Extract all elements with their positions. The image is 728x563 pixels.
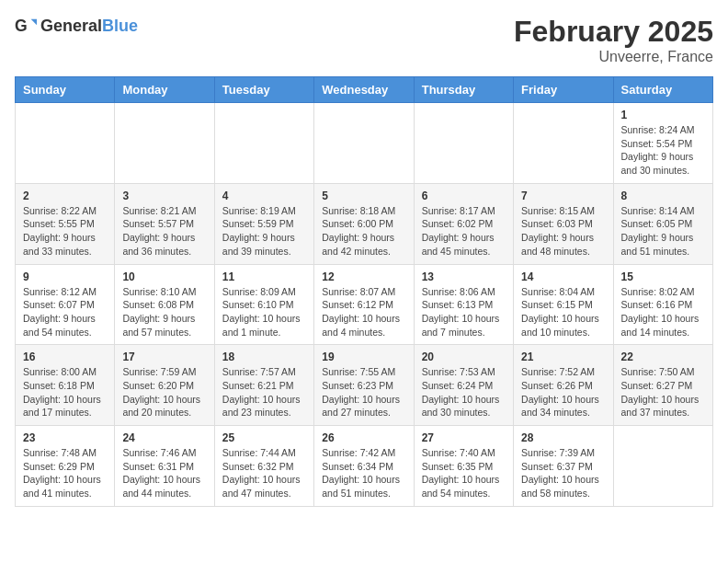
day-number: 8 xyxy=(621,190,705,202)
day-info: Sunrise: 8:21 AM Sunset: 5:57 PM Dayligh… xyxy=(122,204,206,259)
day-number: 5 xyxy=(322,190,405,202)
day-number: 13 xyxy=(422,270,506,283)
calendar-cell: 19Sunrise: 7:55 AM Sunset: 6:23 PM Dayli… xyxy=(314,345,414,426)
day-number: 4 xyxy=(222,190,306,202)
calendar-table: SundayMondayTuesdayWednesdayThursdayFrid… xyxy=(15,76,713,507)
calendar-cell xyxy=(514,103,613,184)
day-info: Sunrise: 8:17 AM Sunset: 6:02 PM Dayligh… xyxy=(422,204,506,259)
day-info: Sunrise: 7:40 AM Sunset: 6:35 PM Dayligh… xyxy=(422,446,506,500)
day-number: 14 xyxy=(521,270,605,283)
logo: G GeneralBlue xyxy=(15,15,138,37)
calendar-location: Unveerre, France xyxy=(514,49,713,65)
calendar-cell: 15Sunrise: 8:02 AM Sunset: 6:16 PM Dayli… xyxy=(613,264,712,345)
day-info: Sunrise: 8:02 AM Sunset: 6:16 PM Dayligh… xyxy=(621,285,705,339)
calendar-cell: 9Sunrise: 8:12 AM Sunset: 6:07 PM Daylig… xyxy=(16,264,115,345)
day-number: 15 xyxy=(621,270,705,283)
calendar-cell: 13Sunrise: 8:06 AM Sunset: 6:13 PM Dayli… xyxy=(414,264,513,345)
calendar-week-row: 9Sunrise: 8:12 AM Sunset: 6:07 PM Daylig… xyxy=(16,264,713,345)
weekday-header-thursday: Thursday xyxy=(414,77,513,103)
day-info: Sunrise: 7:53 AM Sunset: 6:24 PM Dayligh… xyxy=(422,365,506,419)
calendar-cell: 23Sunrise: 7:48 AM Sunset: 6:29 PM Dayli… xyxy=(16,426,115,507)
calendar-cell xyxy=(613,426,712,507)
calendar-cell xyxy=(16,103,115,184)
day-info: Sunrise: 8:14 AM Sunset: 6:05 PM Dayligh… xyxy=(621,204,705,259)
day-info: Sunrise: 8:18 AM Sunset: 6:00 PM Dayligh… xyxy=(322,204,405,259)
calendar-cell: 12Sunrise: 8:07 AM Sunset: 6:12 PM Dayli… xyxy=(314,264,414,345)
calendar-cell: 3Sunrise: 8:21 AM Sunset: 5:57 PM Daylig… xyxy=(115,183,214,264)
weekday-header-tuesday: Tuesday xyxy=(214,77,313,103)
calendar-cell: 28Sunrise: 7:39 AM Sunset: 6:37 PM Dayli… xyxy=(514,426,613,507)
day-number: 20 xyxy=(422,350,506,363)
day-number: 27 xyxy=(422,431,506,444)
day-number: 19 xyxy=(322,350,405,363)
day-info: Sunrise: 8:24 AM Sunset: 5:54 PM Dayligh… xyxy=(621,123,705,178)
calendar-cell: 2Sunrise: 8:22 AM Sunset: 5:55 PM Daylig… xyxy=(16,183,115,264)
calendar-cell: 10Sunrise: 8:10 AM Sunset: 6:08 PM Dayli… xyxy=(115,264,214,345)
weekday-header-row: SundayMondayTuesdayWednesdayThursdayFrid… xyxy=(16,77,713,103)
logo-blue: Blue xyxy=(102,17,138,35)
day-info: Sunrise: 7:50 AM Sunset: 6:27 PM Dayligh… xyxy=(621,365,705,419)
day-number: 7 xyxy=(521,190,605,202)
svg-text:G: G xyxy=(15,17,28,35)
logo-general: General xyxy=(40,17,102,35)
day-number: 21 xyxy=(521,350,605,363)
calendar-cell: 11Sunrise: 8:09 AM Sunset: 6:10 PM Dayli… xyxy=(214,264,313,345)
calendar-title: February 2025 xyxy=(514,15,713,49)
day-info: Sunrise: 8:09 AM Sunset: 6:10 PM Dayligh… xyxy=(222,285,306,339)
day-info: Sunrise: 7:44 AM Sunset: 6:32 PM Dayligh… xyxy=(222,446,306,500)
day-info: Sunrise: 8:06 AM Sunset: 6:13 PM Dayligh… xyxy=(422,285,506,339)
day-number: 6 xyxy=(422,190,506,202)
day-number: 1 xyxy=(621,109,705,121)
day-info: Sunrise: 7:39 AM Sunset: 6:37 PM Dayligh… xyxy=(521,446,605,500)
day-info: Sunrise: 8:10 AM Sunset: 6:08 PM Dayligh… xyxy=(122,285,206,339)
calendar-cell: 7Sunrise: 8:15 AM Sunset: 6:03 PM Daylig… xyxy=(514,183,613,264)
day-info: Sunrise: 8:00 AM Sunset: 6:18 PM Dayligh… xyxy=(23,365,107,419)
day-info: Sunrise: 7:48 AM Sunset: 6:29 PM Dayligh… xyxy=(23,446,107,500)
page-header: G GeneralBlue February 2025 Unveerre, Fr… xyxy=(15,15,713,65)
calendar-cell xyxy=(314,103,414,184)
day-info: Sunrise: 8:04 AM Sunset: 6:15 PM Dayligh… xyxy=(521,285,605,339)
day-number: 26 xyxy=(322,431,405,444)
day-number: 3 xyxy=(122,190,206,202)
day-info: Sunrise: 8:07 AM Sunset: 6:12 PM Dayligh… xyxy=(322,285,405,339)
calendar-cell: 6Sunrise: 8:17 AM Sunset: 6:02 PM Daylig… xyxy=(414,183,513,264)
calendar-cell: 5Sunrise: 8:18 AM Sunset: 6:00 PM Daylig… xyxy=(314,183,414,264)
calendar-cell: 14Sunrise: 8:04 AM Sunset: 6:15 PM Dayli… xyxy=(514,264,613,345)
calendar-cell: 27Sunrise: 7:40 AM Sunset: 6:35 PM Dayli… xyxy=(414,426,513,507)
calendar-cell: 4Sunrise: 8:19 AM Sunset: 5:59 PM Daylig… xyxy=(214,183,313,264)
day-info: Sunrise: 7:59 AM Sunset: 6:20 PM Dayligh… xyxy=(122,365,206,419)
title-section: February 2025 Unveerre, France xyxy=(514,15,713,65)
day-info: Sunrise: 8:22 AM Sunset: 5:55 PM Dayligh… xyxy=(23,204,107,259)
weekday-header-saturday: Saturday xyxy=(613,77,712,103)
day-number: 17 xyxy=(122,350,206,363)
day-info: Sunrise: 8:12 AM Sunset: 6:07 PM Dayligh… xyxy=(23,285,107,339)
calendar-cell: 20Sunrise: 7:53 AM Sunset: 6:24 PM Dayli… xyxy=(414,345,513,426)
day-info: Sunrise: 7:46 AM Sunset: 6:31 PM Dayligh… xyxy=(122,446,206,500)
day-info: Sunrise: 7:55 AM Sunset: 6:23 PM Dayligh… xyxy=(322,365,405,419)
calendar-cell xyxy=(115,103,214,184)
logo-icon: G xyxy=(15,15,37,37)
calendar-week-row: 2Sunrise: 8:22 AM Sunset: 5:55 PM Daylig… xyxy=(16,183,713,264)
calendar-cell xyxy=(414,103,513,184)
day-info: Sunrise: 8:15 AM Sunset: 6:03 PM Dayligh… xyxy=(521,204,605,259)
calendar-week-row: 16Sunrise: 8:00 AM Sunset: 6:18 PM Dayli… xyxy=(16,345,713,426)
calendar-cell: 25Sunrise: 7:44 AM Sunset: 6:32 PM Dayli… xyxy=(214,426,313,507)
day-number: 11 xyxy=(222,270,306,283)
day-number: 10 xyxy=(122,270,206,283)
day-number: 16 xyxy=(23,350,107,363)
calendar-cell: 8Sunrise: 8:14 AM Sunset: 6:05 PM Daylig… xyxy=(613,183,712,264)
day-number: 9 xyxy=(23,270,107,283)
calendar-cell: 18Sunrise: 7:57 AM Sunset: 6:21 PM Dayli… xyxy=(214,345,313,426)
calendar-cell: 17Sunrise: 7:59 AM Sunset: 6:20 PM Dayli… xyxy=(115,345,214,426)
calendar-cell: 24Sunrise: 7:46 AM Sunset: 6:31 PM Dayli… xyxy=(115,426,214,507)
day-info: Sunrise: 7:52 AM Sunset: 6:26 PM Dayligh… xyxy=(521,365,605,419)
calendar-cell: 16Sunrise: 8:00 AM Sunset: 6:18 PM Dayli… xyxy=(16,345,115,426)
calendar-cell: 1Sunrise: 8:24 AM Sunset: 5:54 PM Daylig… xyxy=(613,103,712,184)
weekday-header-wednesday: Wednesday xyxy=(314,77,414,103)
day-number: 12 xyxy=(322,270,405,283)
calendar-cell: 21Sunrise: 7:52 AM Sunset: 6:26 PM Dayli… xyxy=(514,345,613,426)
day-info: Sunrise: 7:57 AM Sunset: 6:21 PM Dayligh… xyxy=(222,365,306,419)
day-number: 22 xyxy=(621,350,705,363)
calendar-cell: 26Sunrise: 7:42 AM Sunset: 6:34 PM Dayli… xyxy=(314,426,414,507)
day-number: 23 xyxy=(23,431,107,444)
